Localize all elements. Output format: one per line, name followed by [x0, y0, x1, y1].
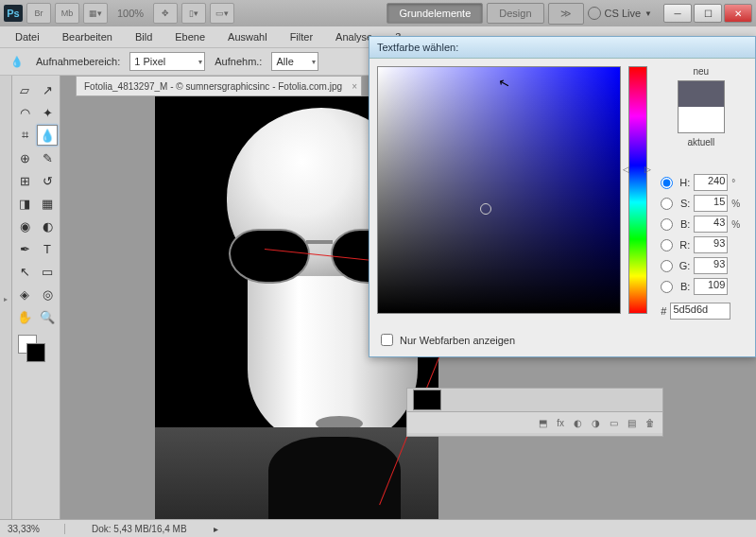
- status-doc[interactable]: Dok: 5,43 MB/16,4 MB: [84, 524, 195, 534]
- marquee-tool[interactable]: ↗: [37, 79, 58, 100]
- current-label: aktuell: [687, 137, 714, 147]
- h-input[interactable]: 240: [694, 174, 728, 191]
- menu-edit[interactable]: Bearbeiten: [62, 31, 112, 43]
- status-zoom[interactable]: 33,33%: [8, 524, 65, 534]
- minimize-btn[interactable]: ─: [663, 4, 692, 23]
- workspace-more[interactable]: ≫: [548, 3, 584, 25]
- color-preview[interactable]: [678, 80, 725, 133]
- sample-mode-label: Aufnehm.:: [215, 56, 262, 67]
- close-btn[interactable]: ✕: [724, 4, 752, 23]
- b-input[interactable]: 43: [694, 216, 728, 233]
- mask-icon[interactable]: ◐: [574, 418, 582, 428]
- newlayer-icon[interactable]: ▤: [627, 418, 636, 428]
- blur-tool[interactable]: ◉: [14, 216, 35, 236]
- path-tool[interactable]: ↖: [14, 261, 35, 282]
- g-input[interactable]: 93: [694, 257, 728, 274]
- adjust-icon[interactable]: ◑: [592, 418, 600, 428]
- dodge-tool[interactable]: ◐: [37, 216, 58, 236]
- brush-tool[interactable]: ✎: [37, 147, 58, 168]
- r-input[interactable]: 93: [694, 236, 728, 253]
- b-label: B:: [677, 218, 690, 230]
- zoom-tool[interactable]: 🔍: [37, 306, 58, 327]
- hex-label: #: [661, 305, 666, 317]
- hex-input[interactable]: 5d5d6d: [670, 303, 730, 320]
- sv-cursor[interactable]: [480, 203, 491, 215]
- menu-file[interactable]: Datei: [15, 31, 40, 43]
- hand-tool[interactable]: ✋: [14, 306, 35, 327]
- eraser-tool[interactable]: ◨: [14, 193, 35, 214]
- sample-mode-select[interactable]: Alle: [271, 52, 318, 71]
- layers-panel-mini: ⬒ fx ◐ ◑ ▭ ▤ 🗑: [406, 388, 663, 437]
- bch-input[interactable]: 109: [694, 278, 728, 295]
- link-icon[interactable]: ⬒: [539, 418, 547, 428]
- new-label: neu: [693, 66, 709, 77]
- panel-collapse-rail[interactable]: [0, 76, 12, 522]
- bch-label: B:: [677, 281, 690, 292]
- r-radio[interactable]: [661, 239, 673, 251]
- app-logo: Ps: [4, 5, 23, 22]
- hue-radio[interactable]: [661, 177, 673, 189]
- g-label: G:: [677, 260, 690, 271]
- screen-btn[interactable]: ▭▾: [210, 3, 234, 24]
- sample-range-label: Aufnahmebereich:: [36, 56, 120, 67]
- bch-radio[interactable]: [661, 281, 673, 293]
- color-picker-dialog: Textfarbe wählen: ◁▷ neu aktuell H:240° …: [369, 36, 756, 357]
- bridge-btn[interactable]: Br: [26, 3, 51, 24]
- g-radio[interactable]: [661, 260, 673, 272]
- hue-slider[interactable]: [628, 66, 647, 314]
- document-tab[interactable]: Fotolia_4813297_M - © sumnersgraphicsinc…: [76, 76, 362, 96]
- crop-tool[interactable]: ⌗: [14, 125, 35, 146]
- maximize-btn[interactable]: ☐: [694, 4, 722, 23]
- minibridge-btn[interactable]: Mb: [55, 3, 79, 24]
- shape-tool[interactable]: ▭: [37, 261, 58, 282]
- statusbar: 33,33% Dok: 5,43 MB/16,4 MB ▸: [0, 519, 756, 537]
- webonly-label: Nur Webfarben anzeigen: [400, 335, 515, 346]
- eyedropper-tool[interactable]: 💧: [37, 125, 58, 146]
- menu-image[interactable]: Bild: [135, 31, 152, 43]
- type-tool[interactable]: T: [37, 238, 58, 259]
- h-label: H:: [677, 177, 690, 188]
- menu-filter[interactable]: Filter: [290, 31, 313, 43]
- 3d-cam-tool[interactable]: ◎: [37, 284, 58, 304]
- menu-select[interactable]: Auswahl: [228, 31, 267, 43]
- gradient-tool[interactable]: ▦: [37, 193, 58, 214]
- zoom-percent[interactable]: 100%: [112, 8, 149, 19]
- tool-preset-icon[interactable]: 💧: [8, 52, 26, 71]
- sample-range-select[interactable]: 1 Pixel: [129, 52, 205, 71]
- pen-tool[interactable]: ✒: [14, 238, 35, 259]
- layers-footer: ⬒ fx ◐ ◑ ▭ ▤ 🗑: [407, 411, 662, 433]
- move-tool[interactable]: ▱: [14, 79, 35, 100]
- workspace-design[interactable]: Design: [487, 3, 543, 24]
- 3d-tool[interactable]: ◈: [14, 284, 35, 304]
- color-picker-title[interactable]: Textfarbe wählen:: [369, 37, 755, 59]
- sat-radio[interactable]: [661, 198, 673, 210]
- saturation-value-field[interactable]: [377, 66, 621, 314]
- s-label: S:: [677, 198, 690, 209]
- cslive-menu[interactable]: CS Live▼: [588, 7, 652, 20]
- s-input[interactable]: 15: [694, 195, 728, 212]
- workspace-essentials[interactable]: Grundelemente: [387, 3, 483, 24]
- stamp-tool[interactable]: ⊞: [14, 170, 35, 191]
- menu-layer[interactable]: Ebene: [175, 31, 205, 43]
- heal-tool[interactable]: ⊕: [14, 147, 35, 168]
- hand-btn[interactable]: ✥: [153, 3, 178, 24]
- titlebar: Ps Br Mb ▦▾ 100% ✥ ▯▾ ▭▾ Grundelemente D…: [0, 0, 756, 26]
- trash-icon[interactable]: 🗑: [645, 418, 655, 428]
- lasso-tool[interactable]: ◠: [14, 102, 35, 123]
- arrange-btn[interactable]: ▯▾: [181, 3, 206, 24]
- view-dropdown[interactable]: ▦▾: [83, 3, 108, 24]
- layer-thumb[interactable]: [413, 390, 441, 410]
- wand-tool[interactable]: ✦: [37, 102, 58, 123]
- folder-icon[interactable]: ▭: [610, 418, 618, 428]
- history-brush-tool[interactable]: ↺: [37, 170, 58, 191]
- status-arrow-icon[interactable]: ▸: [214, 524, 218, 534]
- menu-analysis[interactable]: Analyse: [335, 31, 372, 43]
- fx-icon[interactable]: fx: [557, 418, 564, 428]
- background-swatch[interactable]: [26, 343, 45, 362]
- foreground-swatch[interactable]: [18, 335, 37, 354]
- bri-radio[interactable]: [661, 218, 673, 231]
- webonly-checkbox[interactable]: [381, 334, 393, 346]
- hue-indicator[interactable]: ◁▷: [623, 165, 651, 174]
- r-label: R:: [677, 239, 690, 251]
- toolbox: ▱↗ ◠✦ ⌗💧 ⊕✎ ⊞↺ ◨▦ ◉◐ ✒T ↖▭ ◈◎ ✋🔍: [12, 76, 60, 522]
